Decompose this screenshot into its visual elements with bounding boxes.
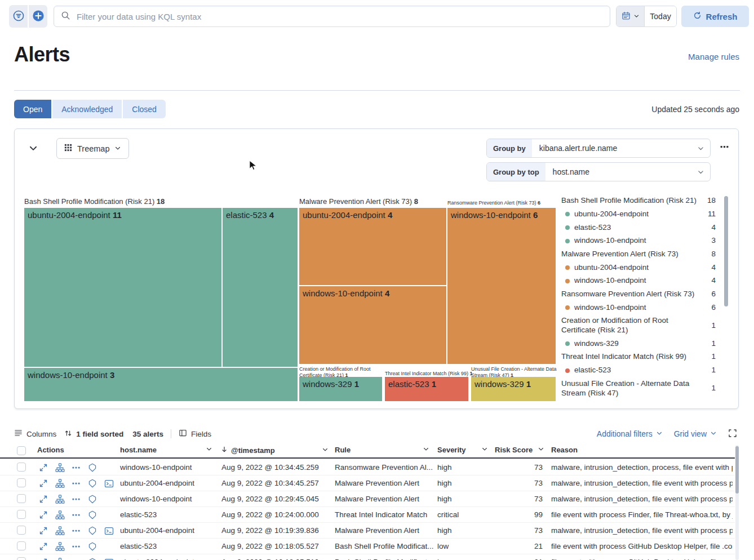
manage-rules-link[interactable]: Manage rules xyxy=(688,52,739,61)
sorted-fields-button[interactable]: 1 field sorted xyxy=(64,429,123,439)
tab-closed[interactable]: Closed xyxy=(123,100,166,118)
analyze-event-icon[interactable] xyxy=(55,541,65,552)
expand-alert-icon[interactable] xyxy=(38,526,48,536)
legend-item-row[interactable]: ubuntu-2004-endpoint4 xyxy=(561,261,716,274)
add-to-timeline-icon[interactable] xyxy=(87,494,97,504)
expand-alert-icon[interactable] xyxy=(38,463,48,473)
treemap-tile[interactable]: elastic-523 1 xyxy=(385,377,468,401)
cell-timestamp: Aug 9, 2022 @ 10:19:39.836 xyxy=(221,526,319,535)
columns-label: Columns xyxy=(26,430,56,438)
kql-search-bar[interactable] xyxy=(54,6,610,27)
add-to-timeline-icon[interactable] xyxy=(87,541,97,552)
legend-item-row[interactable]: elastic-5234 xyxy=(561,221,716,234)
add-to-timeline-icon[interactable] xyxy=(87,526,97,536)
row-checkbox[interactable] xyxy=(17,557,26,560)
refresh-button[interactable]: Refresh xyxy=(681,6,749,27)
tab-acknowledged[interactable]: Acknowledged xyxy=(52,100,122,118)
alert-table-row[interactable]: windows-10-endpointAug 9, 2022 @ 10:29:4… xyxy=(0,491,735,507)
add-to-timeline-icon[interactable] xyxy=(87,463,97,473)
row-checkbox[interactable] xyxy=(17,510,26,519)
expand-alert-icon[interactable] xyxy=(38,478,48,488)
treemap-tile[interactable]: ubuntu-2004-endpoint 4 xyxy=(299,208,446,285)
more-actions-icon[interactable] xyxy=(71,526,81,536)
more-actions-icon[interactable] xyxy=(71,541,81,552)
legend-item-row[interactable]: ubuntu-2004-endpoint11 xyxy=(561,208,716,221)
chevron-down-icon[interactable] xyxy=(206,446,212,454)
treemap-tile[interactable]: windows-10-endpoint 6 xyxy=(447,208,556,364)
column-header-rule[interactable]: Rule xyxy=(335,446,429,454)
treemap-tile[interactable]: windows-329 1 xyxy=(299,377,382,401)
analyze-event-icon[interactable] xyxy=(55,510,65,520)
session-view-icon[interactable] xyxy=(104,478,114,488)
add-filter-button[interactable] xyxy=(29,5,47,28)
chevron-down-icon[interactable] xyxy=(538,446,544,454)
alert-table-row[interactable]: ubuntu-2004-endpointAug 9, 2022 @ 10:34:… xyxy=(0,475,735,491)
alert-table-row[interactable]: ubuntu-2004-endpointAug 9, 2022 @ 10:19:… xyxy=(0,523,735,539)
expand-alert-icon[interactable] xyxy=(38,510,48,520)
legend-item-row[interactable]: windows-10-endpoint3 xyxy=(561,234,716,248)
treemap-tile[interactable]: ubuntu-2004-endpoint 11 xyxy=(24,208,221,367)
add-to-timeline-icon[interactable] xyxy=(87,478,97,488)
analyze-event-icon[interactable] xyxy=(55,494,65,504)
row-checkbox[interactable] xyxy=(17,541,26,550)
table-header: Actions host.name @timestamp Rule Severi… xyxy=(0,444,735,459)
add-to-timeline-icon[interactable] xyxy=(87,557,97,560)
date-picker-button[interactable] xyxy=(616,6,645,26)
alert-table-row[interactable]: elastic-523Aug 9, 2022 @ 10:18:05.527Bas… xyxy=(0,539,735,554)
row-checkbox[interactable] xyxy=(17,526,26,535)
analyze-event-icon[interactable] xyxy=(55,557,65,560)
column-header-timestamp[interactable]: @timestamp xyxy=(220,446,329,455)
legend-scrollbar[interactable] xyxy=(724,196,728,306)
legend-item-row[interactable]: windows-3291 xyxy=(561,337,716,350)
chevron-down-icon[interactable] xyxy=(481,446,488,454)
fields-button[interactable]: Fields xyxy=(179,429,211,439)
fullscreen-button[interactable] xyxy=(728,429,737,439)
analyze-event-icon[interactable] xyxy=(55,526,65,536)
cell-rule: Ransomware Prevention Al... xyxy=(335,463,433,472)
analyze-event-icon[interactable] xyxy=(55,463,65,473)
column-header-host-name[interactable]: host.name xyxy=(120,446,212,454)
legend-item-row[interactable]: elastic-5231 xyxy=(561,364,716,377)
alerts-table-body: windows-10-endpointAug 9, 2022 @ 10:34:4… xyxy=(0,460,735,560)
add-to-timeline-icon[interactable] xyxy=(87,510,97,520)
column-header-severity[interactable]: Severity xyxy=(437,446,488,454)
columns-button[interactable]: Columns xyxy=(14,429,56,439)
fields-icon xyxy=(179,429,187,439)
session-view-icon[interactable] xyxy=(104,557,114,560)
kql-search-input[interactable] xyxy=(76,11,603,22)
legend-label: Bash Shell Profile Modification (Risk 21… xyxy=(561,196,704,206)
analyze-event-icon[interactable] xyxy=(55,478,65,488)
more-actions-icon[interactable] xyxy=(71,510,81,520)
more-actions-icon[interactable] xyxy=(71,463,81,473)
treemap-tile[interactable]: windows-10-endpoint 4 xyxy=(299,286,446,364)
chevron-down-icon[interactable] xyxy=(423,446,429,454)
row-checkbox[interactable] xyxy=(17,463,26,472)
treemap-tile[interactable]: windows-329 1 xyxy=(471,377,556,401)
session-view-icon[interactable] xyxy=(104,526,114,536)
expand-alert-icon[interactable] xyxy=(38,557,48,560)
alert-table-row[interactable]: windows-10-endpointAug 9, 2022 @ 10:34:4… xyxy=(0,460,735,475)
expand-alert-icon[interactable] xyxy=(38,541,48,552)
alert-table-row[interactable]: elastic-523Aug 9, 2022 @ 10:24:00.000Thr… xyxy=(0,507,735,523)
legend-item-row[interactable]: windows-10-endpoint6 xyxy=(561,301,716,314)
column-header-reason[interactable]: Reason xyxy=(551,446,619,454)
more-actions-icon[interactable] xyxy=(71,478,81,488)
alert-table-row[interactable]: ubuntu-2004-endpointAug 9, 2022 @ 10:18:… xyxy=(0,554,735,560)
row-checkbox[interactable] xyxy=(17,478,26,487)
chevron-down-icon[interactable] xyxy=(322,446,329,455)
more-actions-icon[interactable] xyxy=(71,557,81,560)
treemap-tile[interactable]: windows-10-endpoint 3 xyxy=(24,368,298,401)
legend-item-row[interactable]: windows-10-endpoint4 xyxy=(561,274,716,288)
treemap-tile[interactable]: elastic-523 4 xyxy=(223,208,298,367)
additional-filters-button[interactable]: Additional filters xyxy=(597,429,663,438)
table-scrollbar[interactable] xyxy=(735,446,739,494)
filter-sets-button[interactable] xyxy=(9,5,28,28)
expand-alert-icon[interactable] xyxy=(38,494,48,504)
more-actions-icon[interactable] xyxy=(71,494,81,504)
tab-open[interactable]: Open xyxy=(14,100,51,118)
legend-color-dot xyxy=(565,305,570,310)
row-checkbox[interactable] xyxy=(17,494,26,503)
today-button[interactable]: Today xyxy=(645,6,676,26)
grid-view-button[interactable]: Grid view xyxy=(674,429,717,438)
column-header-risk-score[interactable]: Risk Score xyxy=(495,446,544,454)
